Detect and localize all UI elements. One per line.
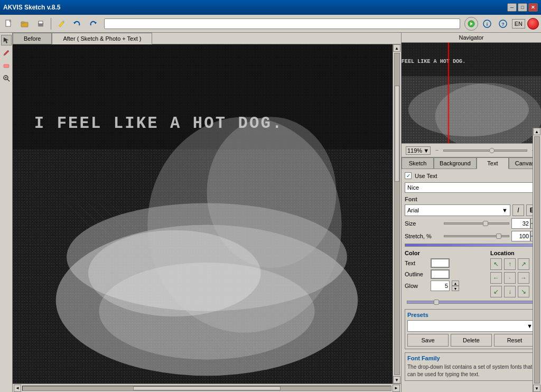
minimize-button[interactable]: ─ — [507, 3, 517, 12]
text-input[interactable] — [405, 182, 538, 193]
delete-preset-button[interactable]: Delete — [451, 334, 492, 347]
tool-eraser[interactable] — [1, 60, 12, 71]
tab-background[interactable]: Background — [434, 157, 477, 169]
undo-button[interactable] — [70, 17, 84, 31]
outline-color-label: Outline — [405, 271, 428, 277]
font-dropdown-icon: ▼ — [502, 207, 508, 213]
use-text-checkbox[interactable]: ✓ — [405, 172, 412, 179]
svg-rect-2 — [21, 22, 24, 23]
outline-color-row: Outline — [405, 269, 490, 279]
location-title: Location — [490, 250, 538, 256]
reset-preset-button[interactable]: Reset — [494, 334, 535, 347]
scroll-left-button[interactable]: ◄ — [14, 385, 21, 392]
size-slider[interactable] — [444, 222, 509, 225]
tab-after[interactable]: After ( Sketch & Photo + Text ) — [52, 33, 152, 44]
tool-zoom[interactable] — [1, 73, 12, 83]
glow-up-button[interactable]: ▲ — [452, 281, 459, 286]
h-scroll-thumb[interactable] — [133, 386, 281, 390]
text-color-swatch[interactable] — [431, 258, 450, 268]
zoom-slider[interactable] — [443, 150, 527, 152]
use-text-row: ✓ Use Text — [405, 172, 538, 179]
font-section-label: Font — [405, 196, 538, 202]
size-row: Size ▲ ▼ — [405, 218, 538, 229]
left-toolbar — [0, 33, 13, 392]
font-family-title: Font Family — [407, 355, 535, 361]
size-label: Size — [405, 220, 442, 227]
canvas-tabs: Before After ( Sketch & Photo + Text ) — [13, 33, 401, 44]
new-button[interactable] — [2, 17, 16, 31]
zoom-bar: 119% ▼ － ＋ — [402, 144, 541, 157]
loc-tl-button[interactable]: ↖ — [490, 258, 502, 270]
stretch-slider[interactable] — [444, 235, 509, 237]
loc-tc-button[interactable]: ↑ — [504, 258, 516, 270]
akvis-logo[interactable] — [527, 18, 539, 30]
glow-input[interactable] — [431, 281, 450, 291]
location-section: Location ↖ ↑ ↗ ← · → ↙ ↓ ↘ — [490, 250, 538, 298]
scroll-down-button[interactable]: ▼ — [393, 376, 400, 384]
stretch-slider-thumb[interactable] — [496, 234, 501, 239]
color-location-section: Color Text Outline Glow ▲ — [405, 250, 538, 298]
zoom-slider-thumb[interactable] — [489, 148, 495, 153]
loc-mr-button[interactable]: → — [518, 272, 529, 284]
tab-text[interactable]: Text — [477, 157, 509, 169]
tab-sketch[interactable]: Sketch — [402, 157, 434, 169]
main-area: Before After ( Sketch & Photo + Text ) — [0, 33, 541, 392]
loc-tr-button[interactable]: ↗ — [518, 258, 529, 270]
open-button[interactable] — [18, 17, 32, 31]
svg-text:i: i — [486, 22, 488, 27]
v-scroll-track — [394, 53, 400, 375]
stretch-input[interactable] — [511, 231, 530, 241]
glow-slider[interactable] — [407, 301, 540, 304]
size-input[interactable] — [511, 218, 530, 229]
loc-bc-button[interactable]: ↓ — [504, 286, 516, 297]
color-slider[interactable] — [405, 244, 538, 247]
font-row: Arial ▼ I B — [405, 204, 538, 216]
separator-1 — [51, 18, 51, 30]
scroll-up-button[interactable]: ▲ — [393, 44, 400, 52]
language-button[interactable]: EN — [512, 19, 525, 29]
vertical-scrollbar[interactable]: ▲ ▼ — [393, 44, 401, 384]
italic-button[interactable]: I — [512, 204, 524, 216]
app-title: AKVIS Sketch v.8.5 — [3, 4, 507, 11]
zoom-level-select[interactable]: 119% ▼ — [406, 146, 431, 155]
outline-color-swatch[interactable] — [431, 269, 450, 279]
location-grid: ↖ ↑ ↗ ← · → ↙ ↓ ↘ — [490, 258, 538, 298]
right-scroll-down[interactable]: ▼ — [533, 385, 540, 392]
scroll-right-button[interactable]: ► — [393, 385, 400, 392]
right-scroll-up[interactable]: ▲ — [533, 128, 540, 135]
loc-br-button[interactable]: ↘ — [518, 286, 529, 297]
loc-bl-button[interactable]: ↙ — [490, 286, 502, 297]
progress-bar — [104, 18, 460, 29]
tool-pointer[interactable] — [1, 35, 12, 45]
navigator-preview: I FEEL LIKE A HOT DOG. — [402, 43, 541, 143]
info-button[interactable]: i — [480, 17, 494, 31]
glow-slider-thumb[interactable] — [434, 300, 439, 305]
print-button[interactable] — [34, 17, 48, 31]
horizontal-scrollbar: ◄ ► — [13, 384, 401, 392]
run-button[interactable] — [464, 17, 478, 31]
zoom-out-icon[interactable]: － — [434, 146, 440, 155]
svg-line-13 — [7, 79, 10, 81]
loc-mc-button[interactable]: · — [504, 272, 516, 284]
tool-brush[interactable] — [1, 48, 12, 58]
size-slider-thumb[interactable] — [483, 221, 488, 226]
font-family-description: The drop-down list contains a set of sys… — [407, 363, 535, 378]
svg-rect-5 — [38, 24, 43, 26]
redo-button[interactable] — [86, 17, 100, 31]
close-button[interactable]: ✕ — [528, 3, 538, 12]
loc-ml-button[interactable]: ← — [490, 272, 502, 284]
glow-down-button[interactable]: ▼ — [452, 286, 459, 291]
tab-before[interactable]: Before — [13, 33, 52, 44]
color-section: Color Text Outline Glow ▲ — [405, 250, 490, 298]
help-button[interactable]: ? — [496, 17, 510, 31]
maximize-button[interactable]: □ — [518, 3, 527, 12]
font-select[interactable]: Arial ▼ — [405, 204, 510, 216]
navigator-section: Navigator I FEEL LIKE A HOT DOG. — [402, 33, 541, 144]
pencil-button[interactable] — [54, 17, 68, 31]
svg-rect-11 — [4, 64, 9, 68]
v-scroll-thumb[interactable] — [395, 86, 399, 182]
glow-spinner: ▲ ▼ — [452, 281, 459, 291]
presets-dropdown[interactable]: ▼ — [407, 320, 535, 332]
save-preset-button[interactable]: Save — [407, 334, 449, 347]
svg-text:?: ? — [501, 22, 505, 27]
